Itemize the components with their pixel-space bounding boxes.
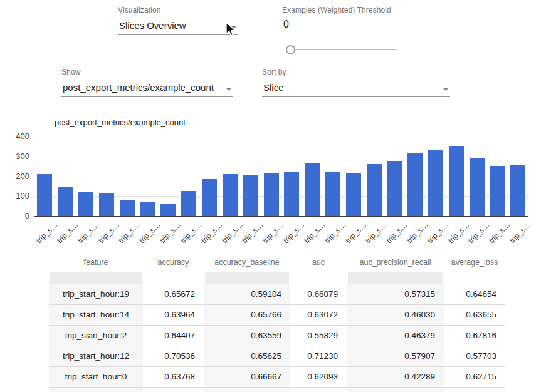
bar[interactable] [428, 150, 443, 216]
bar-slot [96, 137, 117, 216]
table-row[interactable]: trip_start_hour:20.644070.635590.558290.… [49, 325, 505, 346]
bar[interactable] [284, 172, 299, 216]
x-tick-slot: trip_s… [55, 217, 76, 248]
threshold-field: Examples (Weighted) Threshold 0 [282, 6, 405, 34]
filter-cell [444, 272, 505, 284]
bar[interactable] [140, 202, 155, 216]
column-header[interactable]: average_loss [444, 250, 505, 272]
x-tick-slot: trip_s… [219, 217, 240, 248]
table-filter-row [49, 272, 505, 284]
bar[interactable] [78, 192, 93, 216]
bar[interactable] [449, 146, 464, 216]
bar[interactable] [346, 173, 361, 216]
metric-cell: 0.67816 [444, 326, 505, 346]
bar[interactable] [387, 161, 402, 216]
bar[interactable] [120, 200, 135, 216]
threshold-label: Examples (Weighted) Threshold [282, 6, 405, 14]
metric-cell: 0.71230 [290, 346, 347, 366]
table-row[interactable]: trip_start_hour:190.656720.591040.660790… [49, 284, 505, 304]
bar-slot [240, 137, 261, 216]
metric-cell: 0.63964 [143, 305, 204, 325]
bar[interactable] [305, 163, 320, 216]
metric-cell: 0.65142 [444, 388, 505, 392]
x-tick-slot: trip_s… [199, 217, 220, 248]
column-header[interactable]: accuracy_baseline [204, 250, 290, 272]
metric-cell: 0.64844 [204, 388, 290, 392]
bar[interactable] [490, 166, 505, 216]
bar-slot [364, 137, 384, 216]
filter-cell [205, 272, 289, 284]
metric-cell: 0.59104 [204, 284, 290, 304]
show-select[interactable]: post_export_metrics/example_count [61, 76, 233, 97]
bar[interactable] [223, 174, 238, 216]
visualization-select[interactable]: Slices Overview [118, 14, 238, 35]
bar-slot [323, 137, 344, 216]
bar[interactable] [510, 165, 525, 216]
legend-swatch [39, 119, 50, 126]
x-tick-slot: trip_s… [508, 217, 528, 248]
bar[interactable] [160, 204, 176, 216]
metric-cell: 0.64407 [143, 326, 204, 346]
legend-label: post_export_metrics/example_count [55, 118, 186, 127]
metric-cell: 0.66079 [290, 284, 347, 304]
bar-slot [405, 137, 426, 216]
filter-cell [290, 272, 347, 284]
bar[interactable] [407, 153, 423, 216]
x-tick-slot: trip_s… [343, 217, 364, 248]
x-tick-slot: trip_s… [261, 217, 281, 248]
threshold-input[interactable]: 0 [282, 14, 405, 34]
metric-cell: 0.46379 [347, 326, 444, 346]
table-row[interactable]: trip_start_hour:00.637680.666670.620930.… [49, 366, 505, 387]
bar[interactable] [325, 172, 340, 216]
bar-slot [158, 137, 179, 216]
x-tick-slot: trip_s… [384, 217, 405, 248]
sort-value: Slice [263, 82, 284, 93]
table-row[interactable]: trip_start_hour:140.639640.657660.630720… [49, 304, 505, 325]
bar-slot [117, 137, 137, 216]
feature-cell: trip_start_hour:19 [49, 284, 143, 304]
threshold-slider[interactable] [286, 44, 397, 54]
column-header[interactable]: feature [49, 250, 143, 272]
y-tick-label: 100 [0, 191, 29, 200]
show-value: post_export_metrics/example_count [63, 82, 214, 93]
bar[interactable] [58, 187, 73, 216]
column-header[interactable]: auc [290, 250, 347, 272]
column-header[interactable]: auc_precision_recall [347, 250, 444, 272]
y-tick-label: 400 [0, 132, 29, 141]
bar[interactable] [181, 191, 196, 216]
bar-slot [426, 137, 446, 216]
metric-cell: 0.46030 [347, 305, 444, 325]
x-tick-label: trip_s… [508, 220, 532, 245]
bar[interactable] [264, 173, 279, 216]
x-tick-slot: trip_s… [487, 217, 508, 248]
metric-cell: 0.63072 [290, 305, 347, 325]
table-row[interactable]: trip_start_hour:230.660160.648440.583370… [49, 387, 505, 392]
table-row[interactable]: trip_start_hour:120.705360.656250.712300… [49, 346, 505, 366]
x-tick-slot: trip_s… [426, 217, 446, 248]
metric-cell: 0.62715 [444, 367, 505, 387]
filter-cell [143, 272, 204, 284]
metric-cell: 0.66016 [143, 388, 204, 392]
slider-track[interactable] [290, 49, 397, 50]
bar[interactable] [99, 193, 114, 217]
x-tick-slot: trip_s… [466, 217, 487, 248]
bar[interactable] [202, 179, 217, 216]
column-header[interactable]: accuracy [143, 250, 204, 272]
slider-thumb[interactable] [286, 45, 295, 54]
table-header-row: featureaccuracyaccuracy_baselineaucauc_p… [49, 250, 505, 272]
bar[interactable] [470, 158, 485, 216]
chart-legend: post_export_metrics/example_count [39, 118, 186, 127]
chart-plot [34, 137, 528, 216]
feature-cell: trip_start_hour:14 [49, 305, 143, 325]
x-tick-slot: trip_s… [76, 217, 97, 248]
x-tick-slot: trip_s… [323, 217, 344, 248]
metric-cell: 0.44173 [347, 388, 444, 392]
bar[interactable] [367, 164, 382, 216]
bar[interactable] [243, 175, 258, 216]
x-tick-slot: trip_s… [446, 217, 467, 248]
chart-x-axis: trip_s…trip_s…trip_s…trip_s…trip_s…trip_… [34, 217, 528, 248]
metric-cell: 0.65766 [204, 305, 290, 325]
bar[interactable] [37, 174, 52, 216]
sort-select[interactable]: Slice [262, 76, 450, 97]
y-tick-label: 300 [0, 152, 29, 161]
